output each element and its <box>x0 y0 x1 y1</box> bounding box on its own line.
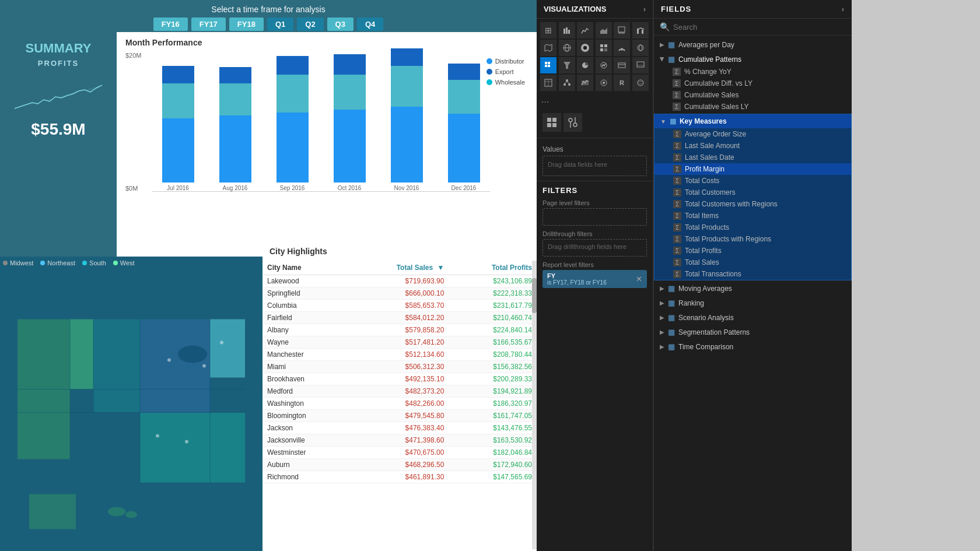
tree-item-total-costs[interactable]: Σ Total Costs <box>654 175 851 187</box>
cell-city: Manchester <box>262 349 348 361</box>
tree-item-total-customers[interactable]: Σ Total Customers <box>654 187 851 198</box>
tree-group-moving-header[interactable]: ▶ ▦ Moving Averages <box>654 282 852 295</box>
tree-item-total-transactions[interactable]: Σ Total Transactions <box>654 268 851 280</box>
table-title: City Highlights <box>262 242 537 261</box>
tree-group-ranking: ▶ ▦ Ranking <box>654 296 852 310</box>
tree-group-cumulative-header[interactable]: ▶ ▦ Cumulative Patterns <box>654 52 852 66</box>
viz-icon-line[interactable] <box>577 22 593 38</box>
cell-sales: $579,858.20 <box>348 324 449 336</box>
q1-button[interactable]: Q1 <box>267 17 293 31</box>
tree-group-scenario-header[interactable]: ▶ ▦ Scenario Analysis <box>654 311 852 324</box>
viz-icon-area[interactable] <box>596 22 612 38</box>
viz-icon-matrix[interactable] <box>540 57 556 73</box>
table-icon-key-measures: ▦ <box>670 117 676 125</box>
viz-icon-custom2[interactable] <box>596 75 612 91</box>
cell-profits: $231,617.79 <box>449 300 537 312</box>
cell-sales: $461,891.30 <box>348 471 449 483</box>
main-content: Select a time frame for analysis FY16 FY… <box>0 0 537 551</box>
tree-group-time-header[interactable]: ▶ ▦ Time Comparison <box>654 340 852 353</box>
viz-icon-r[interactable]: R <box>614 75 630 91</box>
viz-icon-world[interactable] <box>632 75 649 91</box>
svg-point-35 <box>583 46 587 50</box>
table-row: Richmond$461,891.30$147,565.69 <box>262 471 537 483</box>
cell-sales: $470,675.00 <box>348 447 449 459</box>
viz-icon-custom1[interactable] <box>577 75 593 91</box>
sigma-icon-totalsales: Σ <box>673 258 681 266</box>
tree-item-products-regions[interactable]: Σ Total Products with Regions <box>654 233 851 245</box>
drillthrough-drop[interactable]: Drag drillthrough fields here <box>542 239 647 257</box>
key-measures-header[interactable]: ▼ ▦ Key Measures <box>654 114 851 128</box>
viz-icon-table[interactable]: ⊞ <box>540 22 556 38</box>
tree-item-avg-order[interactable]: Σ Average Order Size <box>654 128 851 140</box>
viz-icon-globe2[interactable] <box>632 57 649 73</box>
table-scrollbar[interactable] <box>532 261 537 549</box>
bar-sep: Sep 2016 <box>266 56 318 191</box>
cell-city: Washington <box>262 398 348 410</box>
q4-button[interactable]: Q4 <box>357 17 383 31</box>
viz-icon-map-filled[interactable] <box>540 40 556 56</box>
viz-icon-bar[interactable] <box>559 22 575 38</box>
fields-expand-icon[interactable]: › <box>842 5 845 13</box>
svg-point-65 <box>638 80 643 86</box>
tree-item-total-items[interactable]: Σ Total Items <box>654 210 851 222</box>
tree-group-ranking-header[interactable]: ▶ ▦ Ranking <box>654 296 852 310</box>
svg-rect-50 <box>618 63 625 68</box>
viz-icon-gauge[interactable] <box>614 40 630 56</box>
tree-group-averages-header[interactable]: ▶ ▦ Averages per Day <box>654 38 852 51</box>
table-row: Auburn$468,296.50$172,940.60 <box>262 459 537 471</box>
viz-icon-kpi[interactable] <box>596 57 612 73</box>
tree-group-segmentation-header[interactable]: ▶ ▦ Segmentation Patterns <box>654 325 852 339</box>
item-cumulative-diff[interactable]: Σ Cumulative Diff. vs LY <box>654 78 852 89</box>
tree-item-total-products[interactable]: Σ Total Products <box>654 222 851 233</box>
viz-icon-combo[interactable] <box>632 22 649 38</box>
svg-marker-30 <box>545 44 552 51</box>
scroll-thumb[interactable] <box>532 278 537 313</box>
svg-point-57 <box>566 79 568 82</box>
svg-rect-71 <box>552 123 556 127</box>
viz-icon-decomp[interactable] <box>559 75 575 91</box>
q2-button[interactable]: Q2 <box>297 17 323 31</box>
item-change-yoy[interactable]: Σ % Change YoY <box>654 66 852 78</box>
item-cumulative-sales-ly[interactable]: Σ Cumulative Sales LY <box>654 101 852 113</box>
tree-item-total-profits[interactable]: Σ Total Profits <box>654 245 851 257</box>
fy18-button[interactable]: FY18 <box>229 17 264 31</box>
svg-marker-6 <box>140 413 245 483</box>
search-input[interactable] <box>673 23 846 31</box>
viz-icon-pie[interactable] <box>577 57 593 73</box>
viz-icon-card[interactable] <box>614 57 630 73</box>
page-filter-drop[interactable] <box>542 208 647 226</box>
cell-profits: $147,565.69 <box>449 471 537 483</box>
cell-city: Albany <box>262 324 348 336</box>
drillthrough-label: Drillthrough filters <box>542 230 647 237</box>
viz-fields-btn[interactable] <box>542 113 561 132</box>
tree-item-last-date[interactable]: Σ Last Sales Date <box>654 152 851 163</box>
viz-expand-icon[interactable]: › <box>643 5 646 13</box>
viz-icon-map2[interactable] <box>559 40 575 56</box>
viz-icon-table2[interactable] <box>540 75 556 91</box>
svg-marker-5 <box>210 320 245 378</box>
tree-item-profit-margin[interactable]: Σ Profit Margin <box>654 163 851 175</box>
viz-icon-tree[interactable] <box>596 40 612 56</box>
viz-icon-funnel[interactable] <box>559 57 575 73</box>
city-table: City Name Total Sales ▼ Total Profits La… <box>262 261 537 483</box>
table-row: Fairfield$584,012.20$210,460.74 <box>262 312 537 324</box>
cell-city: Lakewood <box>262 275 348 287</box>
bar-label-nov: Nov 2016 <box>394 185 419 191</box>
viz-format-btn[interactable] <box>564 113 582 132</box>
q3-button[interactable]: Q3 <box>327 17 354 31</box>
tree-item-last-sale[interactable]: Σ Last Sale Amount <box>654 140 851 152</box>
col-profits: Total Profits <box>449 261 537 275</box>
tree-item-total-sales[interactable]: Σ Total Sales <box>654 257 851 268</box>
svg-line-61 <box>567 82 569 83</box>
svg-marker-4 <box>140 320 210 413</box>
tree-item-customers-regions[interactable]: Σ Total Customers with Regions <box>654 198 851 210</box>
viz-icon-scatter[interactable] <box>614 22 630 38</box>
fy16-button[interactable]: FY16 <box>153 17 188 31</box>
fy17-button[interactable]: FY17 <box>191 17 226 31</box>
filter-close-icon[interactable]: ✕ <box>636 275 642 283</box>
viz-icon-globe[interactable] <box>632 40 649 56</box>
values-drop-zone[interactable]: Drag data fields here <box>542 156 647 176</box>
svg-marker-19 <box>29 494 76 529</box>
item-cumulative-sales[interactable]: Σ Cumulative Sales <box>654 89 852 101</box>
viz-icon-donut[interactable] <box>577 40 593 56</box>
